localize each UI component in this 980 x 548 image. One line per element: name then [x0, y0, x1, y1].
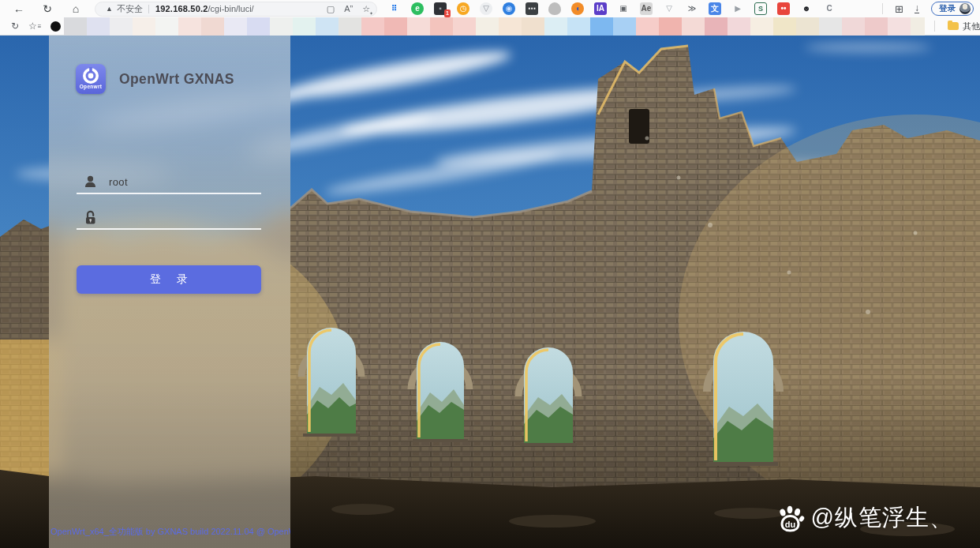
brand: Openwrt OpenWrt GXNAS [76, 64, 234, 94]
bookmark-favicon-blurred[interactable] [819, 17, 842, 36]
bookmark-favicon-blurred[interactable] [682, 17, 705, 36]
url-host: 192.168.50.2 [155, 4, 208, 13]
browser-toolbar: ← ↻ ⌂ ▲ 不安全 192.168.50.2 /cgi-bin/luci/ … [0, 0, 980, 17]
ext-shield-outline-icon[interactable]: ▽ [663, 2, 675, 15]
bookmark-favicon-blurred[interactable] [590, 17, 613, 36]
bookmark-favicon-blurred[interactable] [773, 17, 796, 36]
bookmark-favicon-blurred[interactable] [865, 17, 888, 36]
ext-ia-icon[interactable]: IA [594, 2, 607, 15]
other-bookmarks[interactable]: 其他 [925, 21, 980, 32]
refresh-icon[interactable]: ↻ [38, 2, 57, 16]
ext-shield-light-icon[interactable]: ▽ [480, 2, 492, 15]
openwrt-logo-icon: Openwrt [76, 64, 106, 94]
baidu-paw-icon: du [775, 502, 806, 534]
bookmark-favicon-blurred[interactable] [64, 17, 87, 36]
ext-s-square-icon[interactable]: S [754, 2, 767, 15]
security-label: 不安全 [117, 3, 143, 15]
folder-icon [948, 22, 959, 30]
ext-clock-icon[interactable]: ◷ [457, 2, 469, 15]
ext-red-dots-icon[interactable]: •• [777, 2, 790, 15]
bookmarks-separator [934, 21, 935, 32]
password-input[interactable] [109, 212, 261, 223]
user-icon [84, 175, 97, 188]
bookmark-favicon-blurred[interactable] [911, 17, 926, 36]
ext-dark-badge-icon[interactable]: ▪1 [434, 2, 447, 15]
browser-login-label: 登录 [939, 3, 956, 14]
bookmark-favicon-blurred[interactable] [178, 17, 201, 36]
bookmark-favicon-blurred[interactable] [361, 17, 384, 36]
password-field[interactable] [77, 206, 261, 230]
bookmark-favicon-blurred[interactable] [407, 17, 430, 36]
download-icon[interactable]: ↓ [915, 4, 919, 13]
favorite-star-icon[interactable]: ☆✦ [362, 4, 370, 14]
collections-icon[interactable]: ⊞ [895, 3, 903, 15]
bookmark-favicon-star-icon[interactable]: ☆≡ [28, 21, 40, 32]
bookmark-favicon-dot-icon[interactable] [50, 21, 61, 32]
watermark: du @纵笔浮生、 [775, 502, 953, 534]
ext-black-head-icon[interactable]: ☻ [800, 2, 813, 15]
ext-more-dots-icon[interactable]: ⋯ [526, 2, 538, 15]
bookmark-favicon-blurred[interactable] [522, 17, 544, 36]
lock-unlocked-icon [84, 210, 97, 224]
ext-ae-icon[interactable]: Ae [640, 2, 653, 15]
bookmark-favicon-blurred[interactable] [430, 17, 453, 36]
bookmark-favicon-blurred[interactable] [613, 17, 636, 36]
ext-window-copy-icon[interactable]: ▣ [617, 2, 630, 15]
browser-chrome: ← ↻ ⌂ ▲ 不安全 192.168.50.2 /cgi-bin/luci/ … [0, 0, 980, 36]
bookmark-favicon-blurred[interactable] [155, 17, 178, 36]
ext-egg-icon[interactable] [548, 2, 561, 15]
read-aloud-icon[interactable]: A” [344, 4, 353, 13]
bookmark-favicon-blurred[interactable] [133, 17, 155, 36]
profile-avatar[interactable] [959, 3, 971, 14]
bookmark-favicon-blurred[interactable] [567, 17, 590, 36]
warning-icon: ▲ [106, 5, 113, 13]
bookmark-favicon-blurred[interactable] [384, 17, 407, 36]
bookmark-favicon-blurred[interactable] [636, 17, 659, 36]
username-field[interactable] [77, 171, 261, 194]
device-tab-icon[interactable]: ▢ [327, 4, 335, 14]
bookmark-favicon-blurred[interactable] [316, 17, 339, 36]
bookmark-favicon-blurred[interactable] [270, 17, 293, 36]
browser-login-button[interactable]: 登录 [931, 2, 974, 16]
bookmark-favicon-blurred[interactable] [293, 17, 316, 36]
username-input[interactable] [109, 176, 261, 188]
ext-c-ring-icon[interactable]: C [823, 2, 836, 15]
bookmarks-bar: ↻ ☆≡ 其他 [0, 17, 980, 36]
toolbar-separator [882, 3, 883, 14]
ext-double-cursor-icon[interactable]: ≫ [686, 2, 698, 15]
bookmark-favicon-blurred[interactable] [750, 17, 773, 36]
address-bar[interactable]: ▲ 不安全 192.168.50.2 /cgi-bin/luci/ ▢ A” ☆… [95, 2, 377, 17]
bookmark-favicon-blurred[interactable] [499, 17, 522, 36]
ext-apps-grid-icon[interactable]: ⠿ [388, 2, 401, 15]
bookmark-favicon-blurred[interactable] [453, 17, 476, 36]
other-bookmarks-label: 其他 [963, 21, 980, 32]
bookmark-favicon-blurred[interactable] [728, 17, 750, 36]
ext-globe-icon[interactable]: ◉ [503, 2, 515, 15]
extensions-area: ⠿e▪1◷▽◉⋯◖IA▣Ae▽≫文▶S••☻C [388, 2, 836, 15]
watermark-text: @纵笔浮生、 [811, 502, 953, 534]
bookmark-favicon-blurred[interactable] [888, 17, 911, 36]
ext-firefox-icon[interactable]: ◖ [571, 2, 584, 15]
ext-evernote-icon[interactable]: e [411, 2, 424, 15]
bookmark-favicon-blurred[interactable] [476, 17, 499, 36]
bookmark-favicon-blurred[interactable] [201, 17, 224, 36]
bookmark-favicon-blurred[interactable] [110, 17, 133, 36]
bookmark-favicon-blurred[interactable] [87, 17, 110, 36]
ext-translate-icon[interactable]: 文 [709, 2, 721, 15]
bookmark-favicon-blurred[interactable] [659, 17, 682, 36]
url-path: /cgi-bin/luci/ [208, 4, 254, 13]
login-button[interactable]: 登 录 [77, 265, 261, 294]
bookmark-favicon-blurred[interactable] [842, 17, 865, 36]
back-icon[interactable]: ← [9, 2, 28, 16]
page-title: OpenWrt GXNAS [119, 71, 234, 88]
bookmark-favicon-blurred[interactable] [705, 17, 728, 36]
baidu-du-text: du [784, 520, 795, 529]
home-icon[interactable]: ⌂ [66, 2, 85, 16]
bookmark-favicon-blurred[interactable] [247, 17, 270, 36]
bookmark-favicon-blurred[interactable] [544, 17, 567, 36]
bookmark-favicon-blurred[interactable] [339, 17, 361, 36]
bookmark-favicon-blurred[interactable] [224, 17, 247, 36]
bookmark-favicon-refresh-icon[interactable]: ↻ [11, 21, 19, 32]
bookmark-favicon-blurred[interactable] [796, 17, 819, 36]
ext-cursor-icon[interactable]: ▶ [731, 2, 744, 15]
